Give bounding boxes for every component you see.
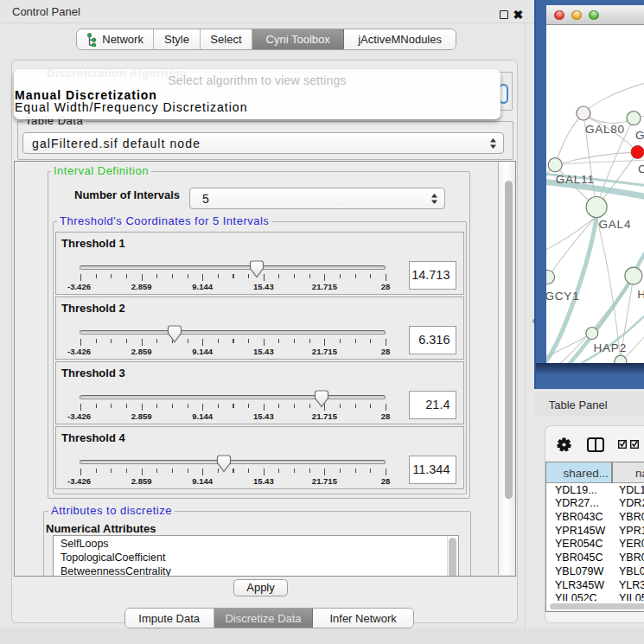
svg-text:GA: GA bbox=[635, 128, 644, 141]
svg-text:GAL11: GAL11 bbox=[555, 173, 594, 186]
svg-text:GCY1: GCY1 bbox=[546, 289, 579, 302]
svg-text:GAL4: GAL4 bbox=[598, 217, 631, 230]
svg-text:HAP2: HAP2 bbox=[593, 341, 626, 354]
svg-text:GAL80: GAL80 bbox=[584, 122, 624, 135]
svg-text:H: H bbox=[637, 287, 644, 300]
svg-text:C: C bbox=[638, 162, 644, 175]
